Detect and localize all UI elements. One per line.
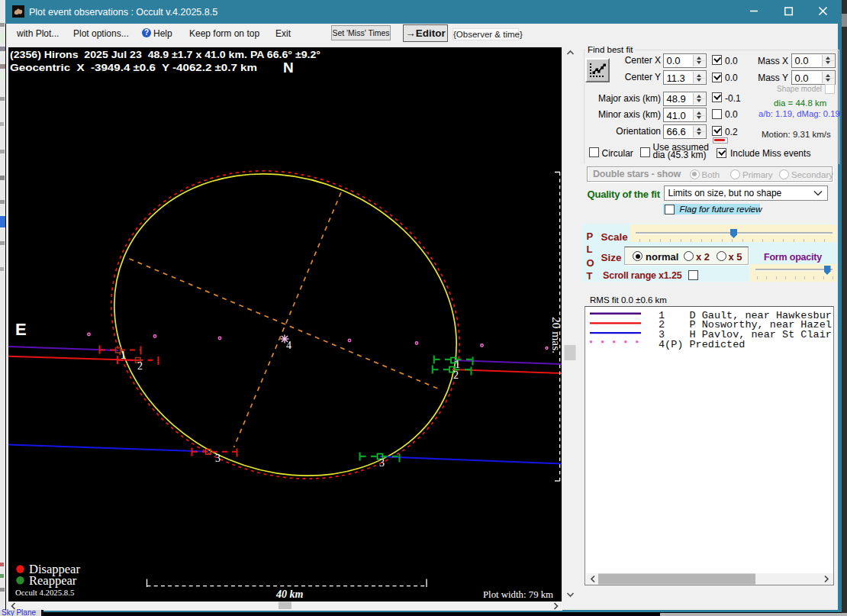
- svg-text:1: 1: [121, 350, 126, 361]
- svg-text:4(P) Predicted: 4(P) Predicted: [659, 339, 745, 350]
- svg-text:Geocentric X -3949.4 ±0.6 Y: Geocentric X -3949.4 ±0.6 Y -4062.2 ±0.7…: [10, 62, 257, 73]
- svg-text:3: 3: [215, 453, 221, 464]
- svg-text:Reappear: Reappear: [29, 573, 77, 588]
- svg-text:40 km: 40 km: [275, 589, 304, 600]
- svg-text:20 mas.: 20 mas.: [550, 317, 563, 353]
- svg-text:(2356) Hirons 2025 Jul 23 48: (2356) Hirons 2025 Jul 23 48.9 ±1.7 x 41…: [10, 49, 320, 60]
- svg-text:4: 4: [286, 340, 291, 351]
- svg-text:Plot width: 79 km: Plot width: 79 km: [483, 589, 553, 600]
- svg-text:N: N: [283, 60, 294, 76]
- svg-text:2: 2: [453, 369, 459, 381]
- svg-text:Occult 4.2025.8.5: Occult 4.2025.8.5: [15, 588, 74, 597]
- svg-text:E: E: [15, 320, 27, 339]
- svg-text:3: 3: [379, 457, 385, 469]
- svg-text:2: 2: [137, 360, 143, 372]
